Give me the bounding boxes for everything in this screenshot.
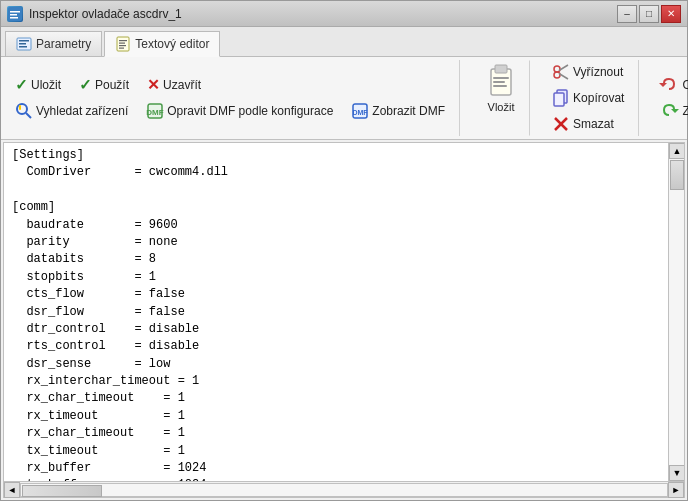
svg-rect-1 — [10, 11, 20, 13]
scroll-track — [669, 159, 684, 465]
ulozit-button[interactable]: ✓ Uložit — [7, 73, 69, 97]
svg-rect-9 — [119, 40, 127, 41]
toolbar-group-clipboard: Vyříznout Kopírovat Smazat — [544, 60, 639, 136]
cut-button[interactable]: Vyříznout — [544, 60, 632, 84]
check-green-icon: ✓ — [15, 76, 28, 94]
title-bar-left: Inspektor ovladače ascdrv_1 — [7, 6, 182, 22]
zobrazit-button[interactable]: DMF Zobrazit DMF — [343, 99, 453, 123]
toolbar-group-undo: Odvolat Znovu — [651, 60, 688, 136]
cut-label: Vyříznout — [573, 65, 623, 79]
opravit-button[interactable]: DMF Opravit DMF podle konfigurace — [138, 99, 341, 123]
delete-icon — [552, 115, 570, 133]
minimize-button[interactable]: – — [617, 5, 637, 23]
paste-icon — [483, 63, 519, 99]
tab-parametry-label: Parametry — [36, 37, 91, 51]
redo-icon — [659, 101, 679, 121]
odvolat-label: Odvolat — [682, 78, 688, 92]
toolbar-row-top: ✓ Uložit ✓ Použít ✕ Uzavřít — [7, 73, 453, 97]
copy-button[interactable]: Kopírovat — [544, 86, 632, 110]
ulozit-label: Uložit — [31, 78, 61, 92]
delete-button[interactable]: Smazat — [544, 112, 632, 136]
dmf-icon: DMF — [146, 102, 164, 120]
scroll-left-button[interactable]: ◄ — [4, 482, 20, 498]
vyhledat-button[interactable]: Vyhledat zařízení — [7, 99, 136, 123]
close-button[interactable]: ✕ — [661, 5, 681, 23]
svg-rect-21 — [495, 65, 507, 73]
textovy-editor-tab-icon — [115, 36, 131, 52]
main-content: ▲ ▼ ◄ ► — [1, 140, 687, 500]
uzavrit-button[interactable]: ✕ Uzavřít — [139, 73, 209, 97]
odvolat-button[interactable]: Odvolat — [651, 73, 688, 97]
window-title: Inspektor ovladače ascdrv_1 — [29, 7, 182, 21]
pouzit-label: Použít — [95, 78, 129, 92]
svg-point-25 — [554, 66, 560, 72]
tab-textovy-editor-label: Textový editor — [135, 37, 209, 51]
uzavrit-label: Uzavřít — [163, 78, 201, 92]
horizontal-scrollbar: ◄ ► — [4, 481, 684, 497]
copy-label: Kopírovat — [573, 91, 624, 105]
scroll-thumb[interactable] — [670, 160, 684, 190]
tab-parametry[interactable]: Parametry — [5, 31, 102, 56]
svg-rect-22 — [493, 77, 509, 79]
check-green2-icon: ✓ — [79, 76, 92, 94]
paste-area[interactable]: Vložit — [472, 60, 530, 136]
eye-icon: DMF — [351, 102, 369, 120]
svg-rect-24 — [493, 85, 507, 87]
zobrazit-label: Zobrazit DMF — [372, 104, 445, 118]
scroll-up-button[interactable]: ▲ — [669, 143, 684, 159]
scroll-right-button[interactable]: ► — [668, 482, 684, 498]
tabs-bar: Parametry Textový editor — [1, 27, 687, 57]
svg-rect-12 — [119, 48, 124, 49]
svg-rect-5 — [19, 40, 29, 42]
scroll-down-button[interactable]: ▼ — [669, 465, 684, 481]
hscroll-thumb[interactable] — [22, 485, 102, 497]
hscroll-track — [20, 483, 668, 497]
paste-label: Vložit — [488, 101, 515, 113]
svg-rect-10 — [119, 43, 125, 44]
x-red-icon: ✕ — [147, 76, 160, 94]
toolbar-group-left: ✓ Uložit ✓ Použít ✕ Uzavřít — [7, 60, 460, 136]
opravit-label: Opravit DMF podle konfigurace — [167, 104, 333, 118]
svg-rect-8 — [117, 37, 129, 51]
editor-container: ▲ ▼ ◄ ► — [3, 142, 685, 498]
editor-textarea[interactable] — [4, 143, 668, 481]
title-buttons: – □ ✕ — [617, 5, 681, 23]
znovu-label: Znovu — [682, 104, 688, 118]
svg-text:DMF: DMF — [147, 108, 164, 117]
tab-textovy-editor[interactable]: Textový editor — [104, 31, 220, 57]
svg-point-13 — [17, 104, 27, 114]
svg-rect-11 — [119, 45, 126, 46]
znovu-button[interactable]: Znovu — [651, 99, 688, 123]
svg-rect-2 — [10, 14, 17, 16]
window-icon — [7, 6, 23, 22]
svg-point-26 — [554, 72, 560, 78]
vyhledat-label: Vyhledat zařízení — [36, 104, 128, 118]
vertical-scrollbar: ▲ ▼ — [668, 143, 684, 481]
maximize-button[interactable]: □ — [639, 5, 659, 23]
svg-rect-15 — [19, 105, 21, 110]
svg-rect-7 — [19, 46, 27, 48]
pouzit-button[interactable]: ✓ Použít — [71, 73, 137, 97]
title-bar: Inspektor ovladače ascdrv_1 – □ ✕ — [1, 1, 687, 27]
svg-rect-3 — [10, 17, 18, 19]
main-window: Inspektor ovladače ascdrv_1 – □ ✕ Parame… — [0, 0, 688, 501]
toolbar-row-bottom: Vyhledat zařízení DMF Opravit DMF podle … — [7, 99, 453, 123]
copy-icon — [552, 89, 570, 107]
parametry-tab-icon — [16, 36, 32, 52]
editor-with-scrollbar: ▲ ▼ — [4, 143, 684, 481]
scissors-icon — [552, 63, 570, 81]
toolbar: ✓ Uložit ✓ Použít ✕ Uzavřít — [1, 57, 687, 140]
search-icon — [15, 102, 33, 120]
svg-line-14 — [26, 113, 31, 118]
svg-rect-30 — [554, 93, 564, 106]
undo-icon — [659, 75, 679, 95]
svg-rect-6 — [19, 43, 26, 45]
delete-label: Smazat — [573, 117, 614, 131]
svg-text:DMF: DMF — [353, 109, 369, 116]
svg-rect-23 — [493, 81, 505, 83]
